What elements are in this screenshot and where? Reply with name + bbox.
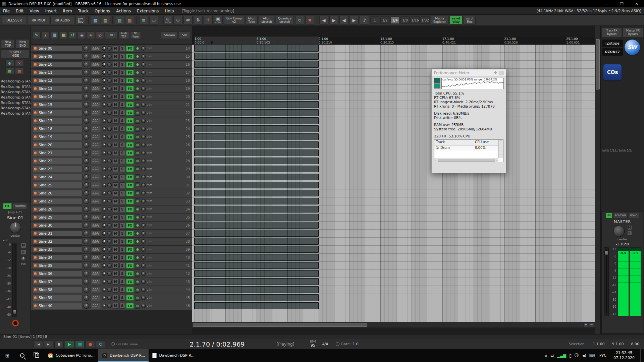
Sine 37[interactable] xyxy=(192,278,595,286)
grid-division-button[interactable]: 1/4 xyxy=(390,16,399,24)
trim-knob[interactable] xyxy=(141,78,146,83)
media-item[interactable] xyxy=(194,101,319,108)
solo-button[interactable]: S xyxy=(119,46,125,51)
record-arm-button[interactable] xyxy=(34,47,37,50)
timeline-ruler[interactable]: 1.00 0:00.0 5.1.00 0:10.105 9.1.00 0:20.… xyxy=(192,37,595,45)
trim-knob[interactable] xyxy=(141,46,146,51)
width-knob[interactable] xyxy=(107,255,112,260)
track-name-field[interactable]: Sine 31 xyxy=(32,230,83,237)
track-name-field[interactable]: Sine 16 xyxy=(32,110,83,116)
hidden-icons-chevron[interactable]: ∧ xyxy=(545,353,548,358)
route-button[interactable]: ▪ ▪ ▪ ROUTE xyxy=(90,61,101,68)
repeat-button[interactable]: ↻ xyxy=(96,341,105,348)
zoom-in-button[interactable]: + xyxy=(583,322,588,327)
solo-button[interactable]: S xyxy=(119,126,125,132)
arrange-lanes[interactable] xyxy=(192,45,595,322)
fx-chain-item[interactable]: ReaXcomp-STAN xyxy=(1,90,31,95)
trim-knob[interactable] xyxy=(141,263,146,268)
show-desktop-button[interactable] xyxy=(640,349,643,362)
track-name-field[interactable]: Sine 33 xyxy=(32,246,83,253)
network-icon[interactable]: ⇄ xyxy=(550,353,554,358)
width-knob[interactable] xyxy=(107,191,112,195)
mute-button[interactable]: M xyxy=(113,255,118,260)
menu-item[interactable]: Edit xyxy=(13,7,26,14)
pan-knob[interactable] xyxy=(102,191,106,195)
track-name-field[interactable]: Sine 28 xyxy=(32,206,83,213)
track-name-field[interactable]: Sine 27 xyxy=(32,198,83,204)
record-arm-button[interactable] xyxy=(34,304,37,307)
track-name-field[interactable]: Sine 38 xyxy=(32,287,83,293)
solo-button[interactable]: S xyxy=(119,295,125,301)
track-name-field[interactable]: Sine 35 xyxy=(32,262,83,269)
trim-knob[interactable] xyxy=(141,135,146,139)
record-arm-button[interactable] xyxy=(34,71,37,74)
track-name-field[interactable]: Sine 08 xyxy=(32,45,83,52)
pan-knob[interactable] xyxy=(102,143,106,147)
width-knob[interactable] xyxy=(107,70,112,75)
quantize-stretch-button[interactable]: Quantizestretch xyxy=(276,16,294,24)
izotope-logo[interactable]: iZotope xyxy=(602,40,623,47)
fx-button[interactable]: FX xyxy=(126,166,134,172)
perf-table-hscrollbar[interactable]: ‹ › xyxy=(434,158,498,162)
Sine 12[interactable]: Sine 12 ▪ ▪ ▪ ROUTE M S FX ⊕ xyxy=(31,77,192,85)
mute-button[interactable]: M xyxy=(113,118,118,124)
menu-item[interactable]: Actions xyxy=(113,7,134,14)
media-item[interactable] xyxy=(194,61,319,68)
record-arm-button[interactable] xyxy=(34,95,37,98)
Sine 15[interactable]: Sine 15 ▪ ▪ ▪ ROUTE M S FX ⊕ xyxy=(31,101,192,109)
fx-add-button[interactable]: ⊕ xyxy=(135,215,140,220)
record-arm-button[interactable] xyxy=(34,79,37,82)
record-monitor-knob[interactable] xyxy=(84,247,89,252)
fx-chain-item[interactable]: ReaXcomp-STAN xyxy=(1,111,31,117)
route-button[interactable]: ▪ ▪ ▪ ROUTE xyxy=(90,303,101,309)
solo-button[interactable]: S xyxy=(119,118,125,124)
Sine 30[interactable] xyxy=(192,222,595,230)
Sine 11[interactable]: Sine 11 ▪ ▪ ▪ ROUTE M S FX ⊕ xyxy=(31,69,192,77)
media-item[interactable] xyxy=(194,53,319,60)
solo-button[interactable]: S xyxy=(119,247,125,252)
grid-division-button[interactable]: 1/2 xyxy=(380,16,389,24)
fx-add-button[interactable]: ⊕ xyxy=(135,174,140,180)
mute-button[interactable]: M xyxy=(113,263,118,268)
media-item[interactable] xyxy=(194,206,319,213)
docker-matrix-icon[interactable]: ▦ xyxy=(91,16,100,24)
fx-chain-item[interactable]: ReaXcomp-STAN xyxy=(1,79,31,84)
column-track[interactable]: Track xyxy=(434,140,473,145)
fx-button[interactable]: FX xyxy=(126,126,134,132)
route-button[interactable]: ▪ ▪ ▪ ROUTE xyxy=(90,158,101,164)
fx-button[interactable]: FX xyxy=(126,271,134,277)
rate-control[interactable]: Rate: 1.0 xyxy=(336,342,358,346)
route-button[interactable]: ▪ ▪ ▪ ROUTE xyxy=(90,262,101,269)
track-name-field[interactable]: Sine 30 xyxy=(32,222,83,229)
width-knob[interactable] xyxy=(107,119,112,123)
record-arm-button[interactable] xyxy=(34,111,37,114)
minimize-button[interactable]: – xyxy=(600,0,614,7)
fx-add-button[interactable]: ⊕ xyxy=(135,94,140,100)
width-knob[interactable] xyxy=(107,288,112,292)
solo-button[interactable]: S xyxy=(119,150,125,156)
trim-knob[interactable] xyxy=(141,191,146,195)
media-item[interactable] xyxy=(194,93,319,100)
record-monitor-knob[interactable] xyxy=(84,158,89,164)
width-knob[interactable] xyxy=(107,127,112,131)
track-name-field[interactable]: Sine 11 xyxy=(32,69,83,76)
scroll-down-icon[interactable]: ˅ xyxy=(500,155,502,158)
fx-add-button[interactable]: ⊕ xyxy=(135,303,140,309)
record-arm-button[interactable] xyxy=(34,127,37,130)
Sine 24[interactable]: Sine 24 ▪ ▪ ▪ ROUTE M S FX ⊕ xyxy=(31,173,192,181)
media-item[interactable] xyxy=(194,246,319,253)
keyboard-icon[interactable]: ⌨ xyxy=(589,353,595,358)
Sine 38[interactable] xyxy=(192,286,595,294)
media-item[interactable] xyxy=(194,149,319,156)
solo-button[interactable]: S xyxy=(119,86,125,92)
fx-add-button[interactable]: ⊕ xyxy=(135,198,140,204)
trim-knob[interactable] xyxy=(141,239,146,244)
Sine 35[interactable]: Sine 35 ▪ ▪ ▪ ROUTE M S FX ⊕ xyxy=(31,262,192,270)
record-monitor-knob[interactable] xyxy=(84,166,89,172)
record-arm-button[interactable] xyxy=(34,87,37,90)
track-name-field[interactable]: Sine 40 xyxy=(32,303,83,309)
track-name-field[interactable]: Sine 13 xyxy=(32,85,83,92)
mixer-icon[interactable]: ▤ xyxy=(101,16,110,24)
battery-icon[interactable]: ▯ xyxy=(569,353,572,358)
fx-button[interactable]: FX xyxy=(126,54,134,59)
